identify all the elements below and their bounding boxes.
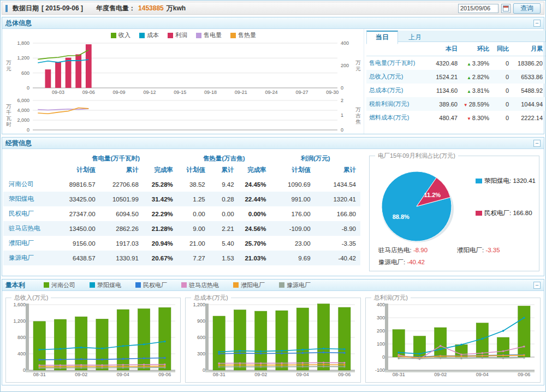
subheader-cell: 计划值 [54, 164, 99, 177]
metric-label[interactable]: 燃料成本(万元) [366, 111, 430, 124]
legend-label: 河南公司 [51, 281, 75, 289]
plant-name[interactable]: 驻马店热电 [3, 221, 54, 236]
calendar-button[interactable] [501, 4, 511, 13]
tab-last-month[interactable]: 上月 [400, 32, 430, 44]
metric-label[interactable]: 总收入(万元) [366, 70, 430, 84]
elec-rate-cell: 31.42% [143, 192, 177, 206]
heat-rate-cell: 0.00% [239, 206, 271, 221]
cvp-legend: 河南公司荥阳煤电民权电厂驻马店热电濮阳电厂豫源电厂 [44, 281, 311, 289]
panel-overview-title: 总体信息 [5, 19, 32, 28]
legend-item: 售热量 [230, 31, 256, 39]
cost-chart: 03006009001,20008-3109-0209-0409-06 [187, 300, 359, 380]
elec-rate-cell: 25.28% [143, 177, 177, 192]
ring-ratio-value: ▼28.59% [460, 97, 492, 111]
legend-label: 收入 [118, 31, 130, 39]
legend-swatch-icon [279, 282, 284, 288]
heat-cumulative-cell: 5.40 [210, 236, 239, 251]
svg-text:6,000: 6,000 [17, 98, 29, 103]
svg-text:09-27: 09-27 [295, 90, 308, 95]
daily-stats-row: 燃料成本(万元)480.47▼8.30%02222.14 [366, 111, 545, 124]
plant-name[interactable]: 荥阳煤电 [3, 192, 54, 206]
svg-text:09-09: 09-09 [113, 90, 126, 95]
elec-rate-cell: 20.67% [143, 251, 177, 265]
plant-name[interactable]: 民权电厂 [3, 206, 54, 221]
svg-text:200: 200 [341, 63, 349, 68]
today-value: 4320.48 [430, 56, 460, 70]
profit-plan-cell: 23.00 [270, 236, 314, 251]
heat-cumulative-cell: 1.53 [210, 251, 239, 265]
collapse-button[interactable]: − [533, 20, 541, 27]
legend-item: 濮阳电厂 [233, 281, 265, 289]
pie-legend-label: 荥阳煤电: 1320.41 [484, 177, 536, 185]
svg-text:-100: -100 [375, 367, 385, 373]
today-value: 1134.60 [430, 84, 460, 97]
legend-swatch-icon [196, 33, 201, 38]
profit-plan-cell: 1090.69 [270, 177, 314, 192]
svg-text:11.2%: 11.2% [424, 192, 441, 198]
svg-text:400: 400 [377, 302, 385, 307]
svg-text:08-31: 08-31 [33, 372, 45, 377]
svg-text:09-06: 09-06 [338, 372, 351, 377]
legend-label: 民权电厂 [143, 281, 167, 289]
header-month-total: 月累 [512, 42, 545, 56]
legend-item: 售电量 [196, 31, 222, 39]
query-button[interactable]: 查询 [513, 3, 541, 14]
svg-text:09-02: 09-02 [435, 372, 447, 377]
yoy-value: 0 [492, 111, 512, 124]
heat-rate-cell: 25.70% [239, 236, 271, 251]
month-total-value: 18386.20 [512, 56, 545, 70]
panel-cvp-header: 量本利 河南公司荥阳煤电民权电厂驻马店热电濮阳电厂豫源电厂 − [2, 280, 544, 291]
svg-text:09-03: 09-03 [52, 90, 64, 95]
profit-cumulative-cell: -40.42 [315, 251, 360, 265]
subheader-cell: 完成率 [239, 164, 271, 177]
group-electricity: 售电量(万千瓦时) [54, 151, 177, 164]
group-blank [3, 151, 54, 164]
metric-label[interactable]: 税前利润(万元) [366, 97, 430, 111]
subheader-cell: 完成率 [143, 164, 177, 177]
profit-cumulative-cell: 166.80 [315, 206, 360, 221]
legend-item: 收入 [111, 31, 130, 39]
daily-stats-row: 售电量(万千瓦时)4320.48▲3.39%018386.20 [366, 56, 545, 70]
profit-share-pie-chart: 88.8%11.2% [373, 165, 466, 248]
svg-text:09-18: 09-18 [204, 90, 217, 95]
elec-plan-cell: 6438.57 [54, 251, 99, 265]
data-date-label: 数据日期 [13, 4, 39, 13]
collapse-button[interactable]: − [533, 282, 541, 289]
svg-text:0: 0 [27, 85, 29, 91]
cost-chart-box: 总成本(万元) 03006009001,20008-3109-0209-0409… [185, 298, 360, 383]
heat-rate-cell: 24.45% [239, 177, 271, 192]
date-input[interactable] [458, 4, 498, 13]
svg-text:4,000: 4,000 [17, 108, 29, 113]
heat-rate-cell: 21.03% [239, 251, 271, 265]
legend-label: 荥阳煤电 [97, 281, 121, 289]
profit-share-box: 电厂15年09月利润占比(万元) 88.8%11.2% 荥阳煤电: 1320.4… [369, 156, 539, 271]
profit-cumulative-cell: 1434.54 [315, 177, 360, 192]
profit-plan-cell: -109.00 [270, 221, 314, 236]
negative-profit-value: -8.90 [413, 247, 428, 253]
pie-legend: 荥阳煤电: 1320.41民权电厂: 166.80 [476, 177, 536, 217]
collapse-button[interactable]: − [533, 140, 541, 147]
legend-swatch-icon [476, 211, 482, 216]
metric-label[interactable]: 总成本(万元) [366, 84, 430, 97]
plant-name[interactable]: 濮阳电厂 [3, 236, 54, 251]
overview-main-chart: 06001,2001,800020040009-0309-0609-0909-1… [3, 40, 364, 96]
svg-text:88.8%: 88.8% [393, 213, 410, 220]
plant-name[interactable]: 豫源电厂 [3, 251, 54, 265]
svg-text:600: 600 [197, 335, 205, 340]
plant-name[interactable]: 河南公司 [3, 177, 54, 192]
elec-cumulative-cell: 10501.99 [100, 192, 143, 206]
tab-today[interactable]: 当日 [366, 31, 398, 44]
heat-plan-cell: 21.00 [177, 236, 210, 251]
profit-cumulative-cell: -3.35 [315, 236, 360, 251]
negative-profit-item: 濮阳电厂: -3.35 [457, 246, 536, 254]
group-heat: 售热量(万吉焦) [177, 151, 271, 164]
svg-text:200: 200 [377, 328, 385, 334]
metric-label[interactable]: 售电量(万千瓦时) [366, 56, 430, 70]
svg-text:09-06: 09-06 [518, 372, 531, 377]
panel-overview: 总体信息 − 收入成本利润售电量售热量 06001,2001,800020040… [2, 17, 544, 134]
dashboard-page: 数据日期 [ 2015-09-06 ] 年度售电量： 1453885 万kwh … [0, 0, 546, 392]
profit-chart-box: 总利润(万元) -100010020030040008-3109-0209-04… [365, 298, 541, 383]
yoy-value: 0 [492, 70, 512, 84]
svg-text:300: 300 [197, 351, 205, 357]
negative-profit-value: -40.42 [407, 259, 425, 265]
